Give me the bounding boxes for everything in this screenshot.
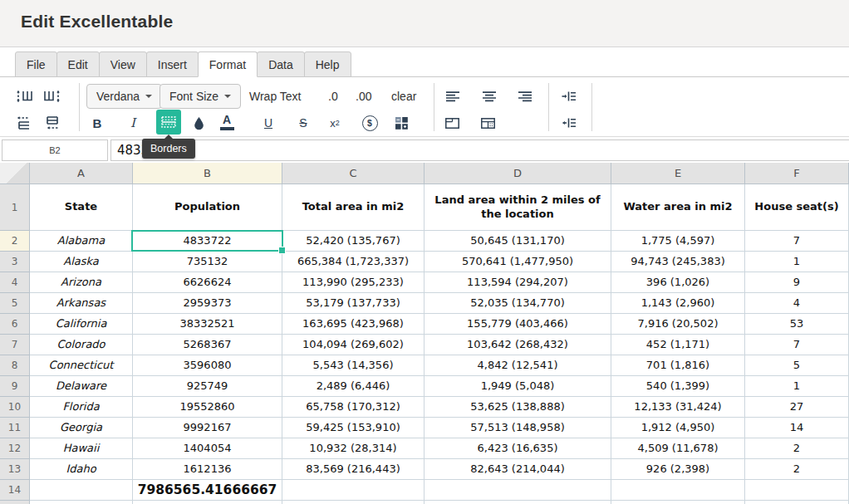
cell-A8[interactable]: Connecticut	[30, 355, 133, 376]
cell-reference-box[interactable]: B2	[2, 139, 108, 161]
cell-C11[interactable]: 59,425 (153,910)	[282, 418, 424, 438]
italic-button[interactable]: I	[124, 110, 142, 135]
cell-F7[interactable]: 7	[745, 335, 849, 355]
cell-E6[interactable]: 7,916 (20,502)	[611, 314, 745, 335]
cell-D2[interactable]: 50,645 (131,170)	[424, 231, 611, 252]
formula-input[interactable]: 4833722	[110, 139, 849, 161]
cell-E2[interactable]: 1,775 (4,597)	[611, 231, 745, 252]
cell-E3[interactable]: 94,743 (245,383)	[611, 252, 745, 272]
cell-D9[interactable]: 1,949 (5,048)	[424, 376, 611, 397]
cell-E4[interactable]: 396 (1,026)	[611, 272, 745, 293]
col-header-C[interactable]: C	[282, 163, 424, 184]
cell-A5[interactable]: Arkansas	[30, 293, 133, 314]
tab-help[interactable]: Help	[304, 51, 351, 77]
cell-A13[interactable]: Idaho	[30, 459, 133, 480]
cell-C2[interactable]: 52,420 (135,767)	[282, 231, 424, 252]
cell-B3[interactable]: 735132	[133, 252, 282, 272]
cell-E14[interactable]	[611, 480, 745, 501]
cell-C4[interactable]: 113,990 (295,233)	[282, 272, 424, 293]
cell-C8[interactable]: 5,543 (14,356)	[282, 355, 424, 376]
merge-cells-button[interactable]	[443, 110, 461, 135]
row-header-12[interactable]: 12	[0, 438, 30, 459]
cell-C12[interactable]: 10,932 (28,314)	[282, 438, 424, 459]
cell-F6[interactable]: 53	[745, 314, 849, 335]
cell-E12[interactable]: 4,509 (11,678)	[611, 438, 745, 459]
underline-button[interactable]: U	[259, 110, 277, 135]
align-right-button[interactable]	[516, 84, 534, 109]
cell-D14[interactable]	[424, 480, 611, 501]
cell-F8[interactable]: 5	[745, 355, 849, 376]
cell-A12[interactable]: Hawaii	[30, 438, 133, 459]
cell-F4[interactable]: 9	[745, 272, 849, 293]
cell-D10[interactable]: 53,625 (138,888)	[424, 397, 611, 418]
currency-format-button[interactable]: $	[361, 110, 379, 135]
cell-D5[interactable]: 52,035 (134,770)	[424, 293, 611, 314]
decimal-increase-button[interactable]: .00	[356, 84, 371, 109]
text-color-button[interactable]: A	[218, 110, 236, 135]
tab-format[interactable]: Format	[198, 51, 258, 77]
cell-E11[interactable]: 1,912 (4,950)	[611, 418, 745, 438]
cell-F12[interactable]: 2	[745, 438, 849, 459]
cell-E8[interactable]: 701 (1,816)	[611, 355, 745, 376]
cell-C9[interactable]: 2,489 (6,446)	[282, 376, 424, 397]
insert-column-after-button[interactable]	[43, 84, 61, 109]
cell-B13[interactable]: 1612136	[133, 459, 282, 480]
col-header-B[interactable]: B	[133, 163, 282, 184]
borders-button[interactable]	[156, 110, 181, 135]
row-header-10[interactable]: 10	[0, 397, 30, 418]
font-family-select[interactable]: Verdana	[86, 84, 162, 109]
cell-F11[interactable]: 14	[745, 418, 849, 438]
decimal-decrease-button[interactable]: .0	[328, 84, 338, 109]
cell-D12[interactable]: 6,423 (16,635)	[424, 438, 611, 459]
cell-B10[interactable]: 19552860	[133, 397, 282, 418]
row-header-13[interactable]: 13	[0, 459, 30, 480]
cell-A14[interactable]	[30, 480, 133, 501]
select-all-corner[interactable]	[0, 163, 30, 184]
col-header-F[interactable]: F	[745, 163, 849, 184]
row-header-1[interactable]: 1	[0, 184, 30, 231]
cell-B5[interactable]: 2959373	[133, 293, 282, 314]
col-header-A[interactable]: A	[30, 163, 133, 184]
fill-color-button[interactable]	[189, 110, 208, 135]
cell-F1[interactable]: House seat(s)	[745, 184, 849, 231]
cell-B7[interactable]: 5268367	[133, 335, 282, 355]
cell-A10[interactable]: Florida	[30, 397, 133, 418]
row-header-4[interactable]: 4	[0, 272, 30, 293]
cell-C7[interactable]: 104,094 (269,602)	[282, 335, 424, 355]
cell-A7[interactable]: Colorado	[30, 335, 133, 355]
cell-E7[interactable]: 452 (1,171)	[611, 335, 745, 355]
cell-C1[interactable]: Total area in mi2	[282, 184, 424, 231]
merge-across-button[interactable]	[478, 110, 497, 135]
strikethrough-button[interactable]: S	[294, 110, 312, 135]
insert-row-above-button[interactable]	[15, 110, 33, 135]
cell-C14[interactable]	[282, 480, 424, 501]
row-header-14[interactable]: 14	[0, 480, 30, 501]
tab-data[interactable]: Data	[257, 51, 305, 77]
cell-E13[interactable]: 926 (2,398)	[611, 459, 745, 480]
cell-B11[interactable]: 9992167	[133, 418, 282, 438]
cell-B4[interactable]: 6626624	[133, 272, 282, 293]
tab-insert[interactable]: Insert	[146, 51, 199, 77]
tab-edit[interactable]: Edit	[56, 51, 100, 77]
cell-F2[interactable]: 7	[745, 231, 849, 252]
cell-A6[interactable]: California	[30, 314, 133, 335]
bold-button[interactable]: B	[88, 110, 106, 135]
wrap-text-button[interactable]: Wrap Text	[249, 84, 302, 109]
insert-row-below-button[interactable]	[43, 110, 61, 135]
cell-D8[interactable]: 4,842 (12,541)	[424, 355, 611, 376]
cell-A4[interactable]: Arizona	[30, 272, 133, 293]
cell-B1[interactable]: Population	[133, 184, 282, 231]
cell-B12[interactable]: 1404054	[133, 438, 282, 459]
cell-C5[interactable]: 53,179 (137,733)	[282, 293, 424, 314]
tab-view[interactable]: View	[99, 51, 147, 77]
cell-A3[interactable]: Alaska	[30, 252, 133, 272]
col-header-D[interactable]: D	[424, 163, 611, 184]
cell-D3[interactable]: 570,641 (1,477,950)	[424, 252, 611, 272]
cell-C10[interactable]: 65,758 (170,312)	[282, 397, 424, 418]
cell-A2[interactable]: Alabama	[30, 231, 133, 252]
cell-D4[interactable]: 113,594 (294,207)	[424, 272, 611, 293]
align-center-button[interactable]	[480, 84, 498, 109]
cell-B8[interactable]: 3596080	[133, 355, 282, 376]
cell-A9[interactable]: Delaware	[30, 376, 133, 397]
insert-column-before-button[interactable]	[15, 84, 33, 109]
